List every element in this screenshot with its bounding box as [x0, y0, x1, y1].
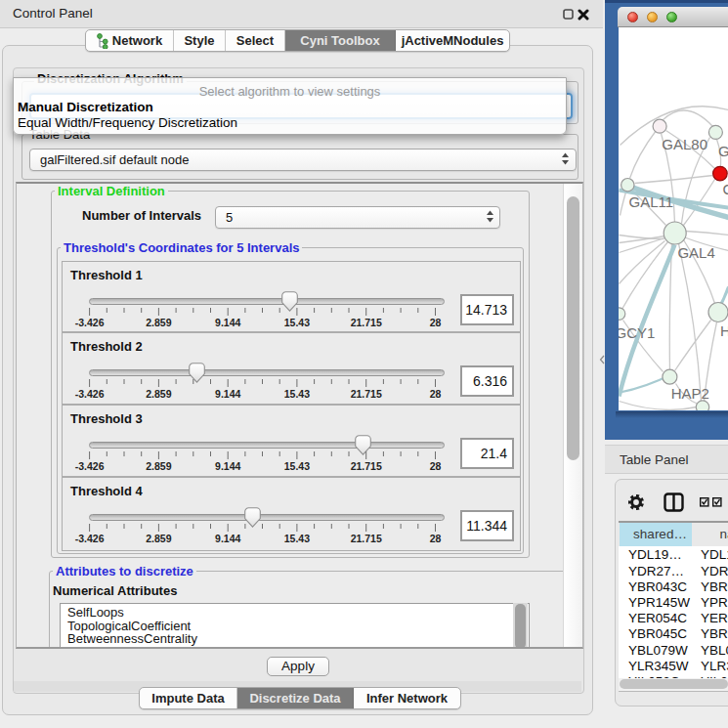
svg-text:C: C: [722, 180, 728, 196]
svg-text:GAL80: GAL80: [662, 135, 707, 151]
svg-text:HAP2: HAP2: [670, 384, 708, 401]
svg-text:GAL11: GAL11: [628, 193, 673, 209]
svg-text:GAL4: GAL4: [677, 243, 714, 260]
svg-text:GCY1: GCY1: [619, 323, 655, 340]
svg-text:H: H: [719, 321, 728, 338]
svg-text:GA: GA: [718, 142, 728, 158]
